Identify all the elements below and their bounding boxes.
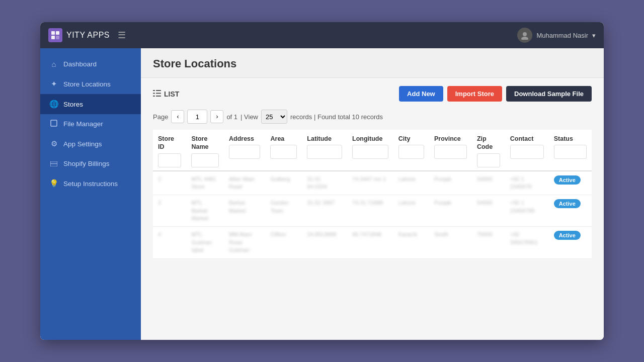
sidebar-item-label: Stores	[63, 101, 83, 108]
content-area: Store Locations	[141, 48, 604, 340]
billings-icon	[49, 159, 58, 168]
svg-point-4	[523, 32, 527, 36]
prev-page-button[interactable]: ‹	[171, 110, 184, 123]
lightbulb-icon: 💡	[49, 179, 58, 188]
filter-store-id[interactable]	[158, 153, 181, 167]
table-row: 2 MTL 4481Store Allier MainRoad Gulberg …	[153, 171, 592, 195]
filter-province[interactable]	[434, 145, 467, 159]
user-area[interactable]: Muhammad Nasir ▾	[517, 28, 596, 43]
list-label: LIST	[153, 89, 179, 99]
th-store-id: StoreID	[153, 130, 186, 171]
data-table: StoreID StoreName	[153, 130, 592, 259]
svg-point-5	[521, 37, 528, 40]
logo-icon	[48, 28, 62, 42]
file-icon	[49, 120, 58, 128]
hamburger-icon[interactable]: ☰	[118, 30, 126, 41]
table-header-row: StoreID StoreName	[153, 130, 592, 171]
sidebar-item-store-locations[interactable]: ✦ Store Locations	[40, 74, 141, 94]
th-address: Address	[224, 130, 266, 171]
app-name: YITY APPS	[66, 31, 110, 40]
svg-rect-10	[156, 90, 161, 91]
sidebar-item-label: Dashboard	[63, 60, 97, 68]
sidebar-item-app-settings[interactable]: ⚙ App Settings	[40, 134, 141, 154]
svg-rect-14	[156, 96, 161, 97]
logo: YITY APPS	[48, 28, 110, 42]
app-name-suffix: APPS	[85, 31, 110, 39]
content-body: LIST Add New Import Store Download Sampl…	[141, 78, 604, 267]
filter-area[interactable]	[270, 145, 297, 159]
app-name-bold: YITY	[66, 31, 85, 39]
sidebar-item-label: File Manager	[63, 120, 103, 128]
add-new-button[interactable]: Add New	[399, 86, 443, 102]
list-text: LIST	[164, 90, 179, 98]
th-zip-code: ZipCode	[472, 130, 505, 171]
page-number-input[interactable]	[187, 110, 207, 124]
filter-city[interactable]	[398, 145, 424, 159]
page-label: Page	[153, 113, 168, 121]
import-store-button[interactable]: Import Store	[447, 86, 502, 102]
status-badge: Active	[554, 175, 581, 185]
table-row: 3 MTL BarkatMarket BarkatMarket GardenTo…	[153, 195, 592, 227]
home-icon: ⌂	[49, 60, 58, 68]
th-province: Province	[429, 130, 472, 171]
svg-rect-11	[153, 93, 155, 94]
sidebar-item-setup-instructions[interactable]: 💡 Setup Instructions	[40, 173, 141, 194]
filter-longitude[interactable]	[352, 145, 388, 159]
svg-rect-13	[153, 96, 155, 97]
filter-status[interactable]	[554, 145, 587, 159]
sidebar-item-stores[interactable]: 🌐 Stores	[40, 94, 141, 114]
status-badge: Active	[554, 199, 581, 208]
th-longitude: Longitude	[347, 130, 393, 171]
of-label: of 1	[226, 113, 237, 121]
filter-zip-code[interactable]	[477, 153, 500, 167]
toolbar-row: LIST Add New Import Store Download Sampl…	[153, 86, 592, 102]
svg-rect-2	[51, 36, 55, 39]
status-badge: Active	[554, 231, 581, 240]
settings-icon: ⚙	[49, 139, 58, 148]
th-contact: Contact	[505, 130, 549, 171]
table-row: 4 MTL GulshanIqbal MM AlamRoadGulshan Cl…	[153, 227, 592, 258]
app-window: YITY APPS ☰ Muhammad Nasir ▾ ⌂ Dashboard	[40, 22, 604, 340]
user-chevron-icon: ▾	[592, 32, 596, 39]
filter-latitude[interactable]	[307, 145, 342, 159]
sidebar: ⌂ Dashboard ✦ Store Locations 🌐 Stores F…	[40, 48, 141, 340]
filter-store-name[interactable]	[191, 153, 218, 167]
svg-rect-1	[56, 31, 59, 35]
th-store-name: StoreName	[186, 130, 223, 171]
svg-rect-3	[56, 36, 59, 39]
main-layout: ⌂ Dashboard ✦ Store Locations 🌐 Stores F…	[40, 48, 604, 340]
sidebar-item-label: Setup Instructions	[63, 180, 118, 188]
records-label: records | Found total 10 records	[290, 113, 383, 121]
user-name: Muhammad Nasir	[536, 32, 588, 39]
sidebar-item-label: App Settings	[63, 140, 102, 148]
store-locations-icon: ✦	[49, 79, 58, 88]
page-header: Store Locations	[141, 48, 604, 78]
th-status: Status	[549, 130, 592, 171]
sidebar-item-label: Store Locations	[63, 80, 111, 88]
sidebar-item-label: Shopify Billings	[63, 160, 110, 167]
globe-icon: 🌐	[49, 100, 58, 109]
sidebar-item-dashboard[interactable]: ⌂ Dashboard	[40, 54, 141, 74]
th-area: Area	[265, 130, 302, 171]
svg-rect-6	[51, 120, 57, 126]
svg-rect-0	[51, 31, 55, 35]
svg-rect-9	[153, 90, 155, 91]
per-page-select[interactable]: 10 25 50 100	[261, 110, 287, 124]
next-page-button[interactable]: ›	[210, 110, 223, 123]
pagination-row: Page ‹ › of 1 | View 10 25 50 100 record…	[153, 110, 592, 124]
page-title: Store Locations	[153, 57, 592, 70]
view-label: | View	[240, 113, 258, 121]
svg-rect-12	[156, 93, 161, 94]
filter-address[interactable]	[229, 145, 261, 159]
user-avatar	[517, 28, 532, 43]
filter-contact[interactable]	[510, 145, 544, 159]
topbar: YITY APPS ☰ Muhammad Nasir ▾	[40, 22, 604, 48]
download-sample-button[interactable]: Download Sample File	[506, 86, 592, 102]
sidebar-item-file-manager[interactable]: File Manager	[40, 114, 141, 134]
th-latitude: Latitude	[302, 130, 347, 171]
list-icon	[153, 89, 161, 99]
svg-rect-8	[50, 163, 57, 164]
th-city: City	[393, 130, 429, 171]
sidebar-item-shopify-billings[interactable]: Shopify Billings	[40, 154, 141, 173]
